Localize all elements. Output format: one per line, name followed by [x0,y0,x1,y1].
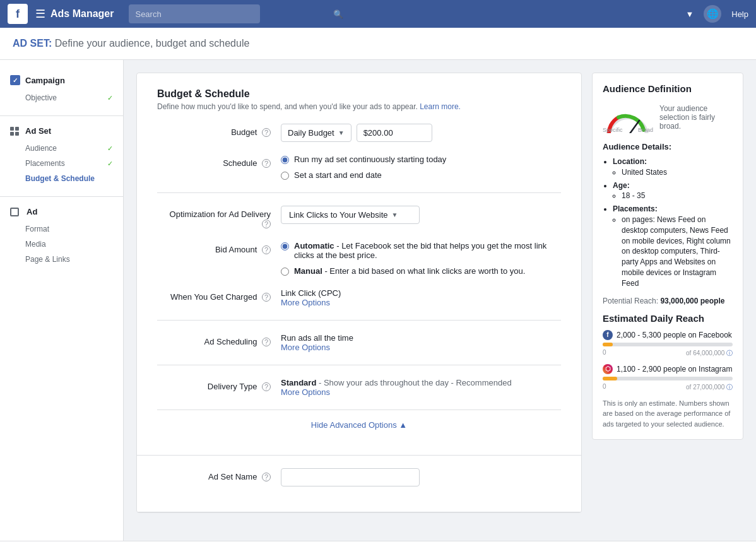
page-header-subtitle: Define your audience, budget and schedul… [55,38,250,49]
delivery-type-more-options[interactable]: More Options [281,387,330,397]
schedule-option1[interactable]: Run my ad set continuously starting toda… [281,155,561,164]
adset-name-label: Ad Set Name ? [157,468,271,481]
sidebar-ad-label: Ad [27,207,37,216]
sidebar: ✓ Campaign Objective ✓ Ad Set Audie [0,60,124,541]
instagram-reach-item: ⬡ 1,100 - 2,900 people on Instagram 0 of… [603,364,733,392]
optimization-row: Optimization for Ad Delivery ? Link Clic… [157,206,561,228]
bid-amount-row: Bid Amount ? Automatic - Let Facebook se… [157,241,561,276]
ad-scheduling-value: Run ads all the time [281,333,561,343]
fb-info-icon[interactable]: ⓘ [726,350,733,356]
hide-advanced-link[interactable]: Hide Advanced Options ▲ [311,420,407,430]
ads-manager-title: Ads Manager [50,8,114,20]
sidebar-item-budget-schedule[interactable]: Budget & Schedule [10,171,113,186]
delivery-type-row: Delivery Type ? Standard - Show your ads… [157,378,561,397]
sidebar-item-placements[interactable]: Placements ✓ [10,156,113,171]
facebook-logo[interactable]: f [8,4,28,24]
ig-info-icon[interactable]: ⓘ [726,384,733,391]
bid-auto-option[interactable]: Automatic - Let Facebook set the bid tha… [281,241,561,260]
facebook-platform-icon: f [603,330,613,340]
bid-radio-manual[interactable] [281,268,289,276]
dropdown-arrow[interactable]: ▼ [685,9,694,19]
bid-radio-auto[interactable] [281,242,289,250]
instagram-platform-icon: ⬡ [603,364,613,374]
ad-scheduling-help-icon[interactable]: ? [262,338,271,346]
sidebar-item-page-links[interactable]: Page & Links [10,252,113,267]
ad-set-label: AD SET: [13,38,52,49]
instagram-reach-bar [603,377,617,380]
section-title: Budget & Schedule [157,88,561,100]
learn-more-link[interactable]: Learn more. [420,102,461,111]
sidebar-ad-header[interactable]: Ad [10,207,113,216]
help-link[interactable]: Help [731,9,748,19]
delivery-type-help-icon[interactable]: ? [262,382,271,391]
sidebar-campaign-section: ✓ Campaign Objective ✓ [0,70,123,110]
sidebar-item-objective[interactable]: Objective ✓ [10,90,113,105]
instagram-reach-bar-wrap [603,377,733,380]
bid-help-icon[interactable]: ? [262,245,271,254]
age-value: 18 - 35 [622,191,733,201]
page-header: AD SET: Define your audience, budget and… [0,28,756,60]
budget-amount-input[interactable] [357,124,432,142]
sidebar-adset-section: Ad Set Audience ✓ Placements ✓ Budget & … [0,121,123,191]
facebook-reach-platform: f 2,000 - 5,300 people on Facebook [603,330,733,340]
sidebar-item-audience[interactable]: Audience ✓ [10,141,113,156]
topnav-right: ▼ 🌐 Help [685,5,748,23]
when-charged-more-options[interactable]: More Options [281,298,330,307]
sidebar-adset-header[interactable]: Ad Set [10,126,113,136]
sidebar-ad-section: Ad Format Media Page & Links [0,202,123,272]
gauge-specific-label: Specific [603,127,623,133]
schedule-help-icon[interactable]: ? [262,159,271,168]
budget-dropdown-arrow: ▼ [338,129,345,136]
optimization-dropdown[interactable]: Link Clicks to Your Website ▼ [281,206,420,224]
adset-name-row: Ad Set Name ? [157,468,561,486]
ad-scheduling-more-options[interactable]: More Options [281,343,330,352]
delivery-type-value: Standard - Show your ads throughout the … [281,378,561,387]
optimization-dropdown-arrow: ▼ [392,211,398,218]
estimate-note: This is only an estimate. Numbers shown … [603,398,733,430]
potential-reach: Potential Reach: 93,000,000 people [603,297,733,305]
schedule-label: Schedule ? [157,155,271,168]
adset-name-help-icon[interactable]: ? [262,473,271,481]
bid-field: Automatic - Let Facebook set the bid tha… [281,241,561,276]
audience-definition-panel: Audience Definition [592,73,743,440]
hamburger-menu[interactable]: ☰ Ads Manager [35,7,114,21]
placements-detail: Placements: on pages: News Feed on deskt… [613,204,733,288]
budget-help-icon[interactable]: ? [262,128,271,137]
sidebar-campaign-label: Campaign [25,76,65,85]
potential-reach-value: 93,000,000 people [660,297,724,305]
gauge-broad-label: Broad [638,127,653,133]
audience-details: Audience Details: Location: United State… [603,142,733,289]
optimization-help-icon[interactable]: ? [262,220,271,228]
when-charged-value: Link Click (CPC) [281,288,561,298]
schedule-radio2[interactable] [281,172,289,180]
age-detail: Age: 18 - 35 [613,180,733,202]
adset-name-input[interactable] [281,468,420,486]
sidebar-campaign-header[interactable]: ✓ Campaign [10,75,113,85]
bid-manual-option[interactable]: Manual - Enter a bid based on what link … [281,266,561,276]
section-desc: Define how much you'd like to spend, and… [157,102,561,111]
budget-schedule-section: Budget & Schedule Define how much you'd … [137,73,581,456]
instagram-reach-platform: ⬡ 1,100 - 2,900 people on Instagram [603,364,733,374]
schedule-radio1[interactable] [281,156,289,164]
facebook-reach-bar [603,343,613,346]
when-charged-row: When You Get Charged ? Link Click (CPC) … [157,288,561,307]
budget-type-dropdown[interactable]: Daily Budget ▼ [281,124,351,142]
search-wrap: 🔍 [121,4,348,23]
form-separator3 [157,365,561,365]
main-layout: ✓ Campaign Objective ✓ Ad Set Audie [0,60,756,541]
facebook-reach-bar-wrap [603,343,733,346]
search-input[interactable] [129,4,260,23]
location-detail: Location: United States [613,156,733,178]
adset-name-section: Ad Set Name ? [137,456,581,512]
language-globe[interactable]: 🌐 [704,5,721,23]
sidebar-item-media[interactable]: Media [10,237,113,252]
when-charged-field: Link Click (CPC) More Options [281,288,561,307]
sidebar-item-format[interactable]: Format [10,221,113,237]
audience-checkmark: ✓ [107,144,113,153]
optimization-label: Optimization for Ad Delivery ? [157,206,271,228]
when-charged-help-icon[interactable]: ? [262,293,271,302]
schedule-option2[interactable]: Set a start and end date [281,170,561,180]
budget-field: Daily Budget ▼ [281,124,561,142]
adset-grid-icon [10,127,19,136]
main-content: Budget & Schedule Define how much you'd … [124,60,756,541]
